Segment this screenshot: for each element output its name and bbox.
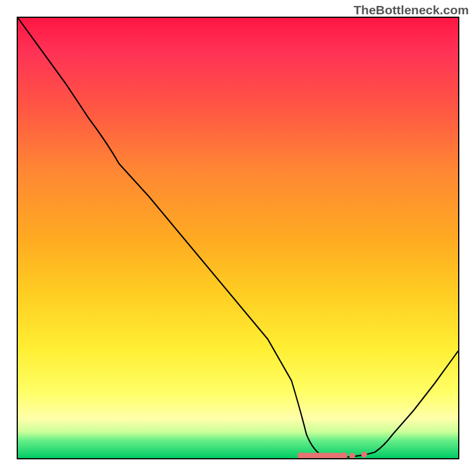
chart-plot-area [17,17,459,459]
optimal-marker-2 [340,452,347,459]
optimal-marker-1 [298,452,305,459]
chart-container: TheBottleneck.com [0,0,476,476]
optimal-range-bar [301,453,343,459]
optimal-marker-4 [361,452,367,458]
watermark-text: TheBottleneck.com [353,3,469,17]
optimal-marker-3 [349,453,355,459]
marker-layer [18,18,458,458]
